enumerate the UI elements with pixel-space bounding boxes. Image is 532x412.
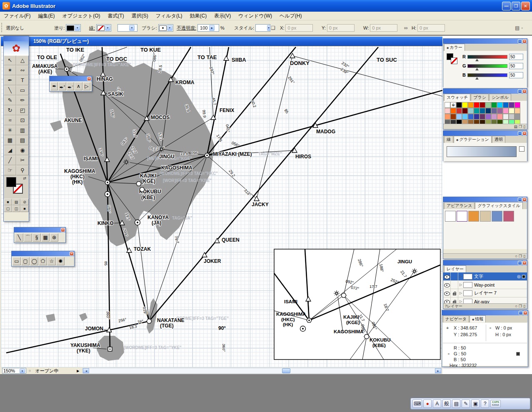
ime-pad-icon[interactable]: ▤ [452,400,460,408]
swatch[interactable] [509,108,515,114]
blue-value-field[interactable]: 50 [509,72,523,78]
swatch[interactable] [480,108,485,114]
layer-row-レイヤー 7[interactable]: ▷レイヤー 7 [443,289,527,297]
input-mode[interactable]: A [433,400,441,408]
canvas[interactable]: [WORDME]IFF=3 TAG="AKE"[ME]IFF=3 TAG="KG… [1,46,442,367]
scroll-left-button[interactable]: ◄ [83,368,89,373]
close-icon[interactable]: ✕ [87,77,91,81]
link-icon[interactable]: ∞ [404,25,408,31]
tab-layers[interactable]: レイヤー [444,265,466,272]
polygon-tool[interactable]: ⬠ [39,257,47,265]
minimize-icon[interactable]: — [518,197,522,202]
magic-wand-tool[interactable]: ✶ [4,65,16,75]
close-icon[interactable]: ✕ [522,261,527,265]
blue-slider[interactable] [467,73,507,77]
menu-効果(C)[interactable]: 効果(C) [186,12,211,20]
arc-tool[interactable]: ⌒ [24,233,32,242]
tab-グラデーション[interactable]: ◆グラデーション [454,136,492,143]
hand-tool[interactable]: ☞ [4,165,16,175]
menu-書式(T)[interactable]: 書式(T) [104,12,127,20]
info-title-bar[interactable]: —✕ [442,310,528,315]
minimize-icon[interactable]: — [518,261,522,265]
swatch[interactable] [509,114,515,120]
expand-arrow[interactable]: ▷ [458,281,463,289]
close-icon[interactable]: ✕ [523,311,527,315]
pencil-tool[interactable]: ✏ [16,95,29,105]
swatch[interactable] [450,108,456,114]
swatch[interactable] [485,114,491,120]
swatch[interactable] [491,102,497,108]
color-fill-stroke[interactable] [447,53,459,66]
swatch[interactable] [497,108,503,114]
graphic-style[interactable] [503,211,514,222]
graph-tool[interactable]: ▥ [16,125,29,135]
swatch[interactable] [509,102,515,108]
tab-透明[interactable]: 透明 [492,136,505,143]
visibility-toggle[interactable] [443,281,451,289]
caps-kana-indicator[interactable]: CAPSKANA [490,400,501,407]
add-anchor-point-tool[interactable]: ✒+ [58,82,66,90]
graphic-style[interactable] [468,211,479,222]
swatch[interactable] [503,102,509,108]
stroke-color-combo[interactable]: ▼ [96,24,111,32]
swatch[interactable] [485,108,491,114]
swatch[interactable]: ⊕ [450,102,456,108]
new-swatch-icon[interactable]: ❐ [519,125,522,129]
color-panel-title-bar[interactable]: —✕ [443,39,527,44]
color-button[interactable]: ■ [4,199,12,205]
tab-グラフィックスタイル[interactable]: グラフィックスタイル [475,202,522,209]
graphic-style[interactable] [457,211,467,222]
free-transform-tool[interactable]: ⊡ [16,115,29,125]
status-arrow-icon[interactable]: ▶ [77,369,79,373]
conversion-mode[interactable]: 般 [442,400,451,408]
convert-anchor-point-tool[interactable]: ∧ [75,82,82,90]
red-value-field[interactable]: 50 [509,54,523,60]
horizontal-scrollbar[interactable]: ◄ ► [82,368,442,374]
swatch[interactable] [515,114,520,120]
layer-row-文字[interactable]: ▷文字◎ [443,272,527,281]
pen-tool[interactable]: ✒ [50,82,58,90]
slider-marker[interactable] [475,77,479,80]
menu-選択(S)[interactable]: 選択(S) [128,12,152,20]
fill-indicator[interactable] [6,177,16,187]
expand-arrow[interactable]: ▷ [458,289,463,297]
scroll-right-button[interactable]: ► [435,368,441,373]
dot-icon[interactable]: ◦ [521,25,523,31]
rotate-tool[interactable]: ↻ [4,105,16,115]
delete-layer-icon[interactable]: ▯ [523,304,525,308]
menu-ファイル(F)[interactable]: ファイル(F) [0,12,34,20]
none-button[interactable]: ⊘ [20,199,29,205]
tab-ナビゲータ[interactable]: ナビゲータ [443,315,469,322]
direct-selection-tool[interactable]: △ [16,55,29,65]
swatches-title-bar[interactable]: —✕ [443,89,527,94]
language-icon[interactable]: ● [423,400,432,408]
tab-情報[interactable]: ◆情報 [470,315,486,322]
selection-tool[interactable]: ↖ [4,55,16,65]
green-value-field[interactable]: 50 [509,63,523,69]
document-title-bar[interactable]: 150% (RGB/プレビュー) [1,37,445,46]
rectangle-tool[interactable]: ▭ [16,85,29,95]
stroke-label[interactable]: 線: [89,25,95,31]
layers-title-bar[interactable]: —✕ [443,260,527,265]
graphic-style[interactable] [480,211,491,222]
gradient-tool[interactable]: ▤ [16,135,29,145]
menu-フィルタ(L)[interactable]: フィルタ(L) [152,12,186,20]
swatch[interactable] [462,114,468,120]
swatch[interactable] [485,102,491,108]
minimize-icon[interactable]: — [518,131,522,135]
standard-screen-button[interactable]: ▢ [4,205,12,212]
tab-アピアランス[interactable]: アピアランス [444,202,475,209]
tab-シンボル[interactable]: シンボル [489,94,511,101]
menu-編集(E)[interactable]: 編集(E) [34,12,58,20]
anchor-arrow-tool[interactable]: ▷ [83,82,90,90]
menu-ウィンドウ(W)[interactable]: ウィンドウ(W) [235,12,276,20]
visibility-toggle[interactable] [443,289,451,297]
mesh-tool[interactable]: ▦ [4,135,16,145]
eyedropper-tool[interactable]: ◢ [4,145,16,155]
tab-ブラシ[interactable]: ブラシ [471,94,489,101]
line-segment-tool[interactable]: ╲ [4,85,16,95]
layer-row-Way-point[interactable]: ▷Way-point [443,281,527,289]
full-screen-button[interactable]: ■ [20,205,29,212]
rounded-rectangle-tool[interactable]: ▢ [21,257,30,265]
swatch[interactable] [450,114,456,120]
